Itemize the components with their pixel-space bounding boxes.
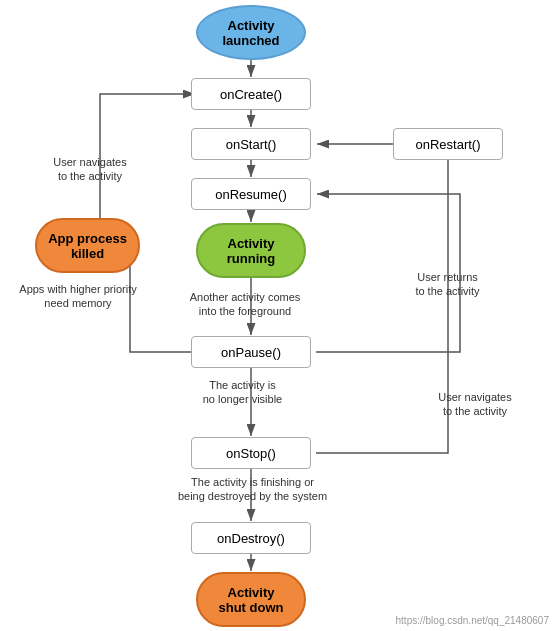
on-start-node: onStart() (191, 128, 311, 160)
on-destroy-label: onDestroy() (217, 531, 285, 546)
app-process-killed-label: App processkilled (48, 231, 127, 261)
on-stop-node: onStop() (191, 437, 311, 469)
activity-shutdown-label: Activityshut down (219, 585, 284, 615)
label-no-longer-visible: The activity isno longer visible (170, 378, 315, 407)
activity-shutdown-node: Activityshut down (196, 572, 306, 627)
on-destroy-node: onDestroy() (191, 522, 311, 554)
label-user-returns: User returnsto the activity (390, 270, 505, 299)
activity-launched-node: Activitylaunched (196, 5, 306, 60)
on-stop-label: onStop() (226, 446, 276, 461)
label-user-navigates-1: User navigatesto the activity (35, 155, 145, 184)
on-restart-label: onRestart() (415, 137, 480, 152)
activity-running-node: Activityrunning (196, 223, 306, 278)
on-create-label: onCreate() (220, 87, 282, 102)
label-apps-higher-priority: Apps with higher priorityneed memory (18, 282, 138, 311)
label-another-activity: Another activity comesinto the foregroun… (170, 290, 320, 319)
on-restart-node: onRestart() (393, 128, 503, 160)
label-user-navigates-2: User navigatesto the activity (415, 390, 535, 419)
app-process-killed-node: App processkilled (35, 218, 140, 273)
activity-launched-label: Activitylaunched (222, 18, 279, 48)
on-start-label: onStart() (226, 137, 277, 152)
label-finishing-or-destroyed: The activity is finishing orbeing destro… (155, 475, 350, 504)
activity-running-label: Activityrunning (227, 236, 275, 266)
watermark: https://blog.csdn.net/qq_21480607 (396, 615, 549, 626)
on-resume-label: onResume() (215, 187, 287, 202)
on-create-node: onCreate() (191, 78, 311, 110)
on-pause-node: onPause() (191, 336, 311, 368)
activity-lifecycle-diagram: Activitylaunched onCreate() onStart() on… (0, 0, 554, 631)
on-resume-node: onResume() (191, 178, 311, 210)
on-pause-label: onPause() (221, 345, 281, 360)
